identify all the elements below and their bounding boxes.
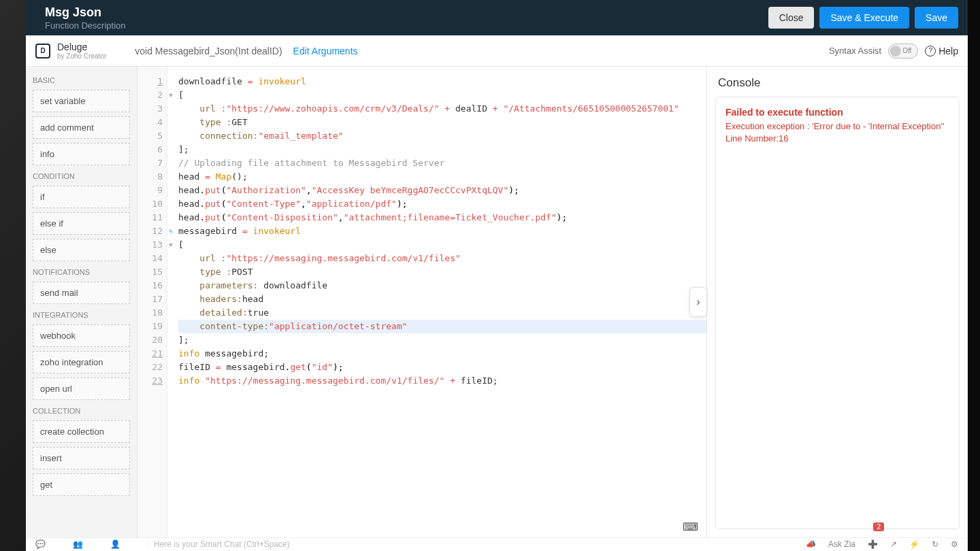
sidebar: BASICset variableadd commentinfoCONDITIO… [26, 67, 137, 537]
sidebar-item[interactable]: if [33, 186, 130, 208]
syntax-assist-toggle[interactable]: Off [888, 44, 918, 59]
sidebar-group-label: BASIC [33, 76, 130, 84]
ask-zia-label[interactable]: Ask Zia [828, 539, 855, 549]
deluge-sublabel: by Zoho Creator [57, 52, 106, 60]
help-link[interactable]: ? Help [925, 46, 958, 56]
code-line[interactable]: type :GET [178, 116, 706, 129]
code-line[interactable]: // Uploading file attachment to Messageb… [178, 156, 706, 170]
history-icon[interactable]: ↻ [932, 539, 938, 549]
sidebar-item[interactable]: else if [33, 212, 130, 235]
deluge-label-block: Deluge by Zoho Creator [57, 41, 106, 60]
chat-bar: 💬 👥 👤 Here is your Smart Chat (Ctrl+Spac… [26, 537, 968, 551]
sidebar-item[interactable]: info [33, 143, 130, 165]
code-scroll[interactable]: 1234567891011121314151617181920212223 ▼✎… [137, 67, 706, 537]
add-user-icon[interactable]: ➕ [868, 539, 878, 549]
code-line[interactable]: parameters: downloadfile [178, 279, 706, 293]
bolt-icon[interactable]: ⚡ [909, 539, 919, 549]
sidebar-group-label: INTEGRATIONS [33, 311, 130, 319]
user-icon[interactable]: 👤 [110, 539, 120, 549]
code-line[interactable]: messagebird = invokeurl [178, 224, 706, 238]
code-lines[interactable]: downloadfile = invokeurl[ url :"https://… [174, 67, 706, 537]
sidebar-item[interactable]: get [33, 473, 130, 496]
edit-arguments-link[interactable]: Edit Arguments [293, 46, 358, 56]
toggle-knob [890, 46, 901, 56]
toolbar: D Deluge by Zoho Creator void Messagebir… [26, 35, 968, 67]
sidebar-item[interactable]: set variable [33, 90, 130, 112]
sidebar-item[interactable]: send mail [33, 282, 130, 304]
smart-chat-input[interactable]: Here is your Smart Chat (Ctrl+Space) [148, 539, 779, 549]
fold-column: ▼✎▼ [167, 67, 174, 537]
code-editor[interactable]: 1234567891011121314151617181920212223 ▼✎… [137, 67, 706, 537]
right-background-sliver [968, 0, 980, 551]
sidebar-item[interactable]: open url [33, 378, 130, 400]
function-signature: void Messagebird_Json(Int dealID) [135, 46, 282, 56]
sidebar-group-label: NOTIFICATIONS [33, 268, 130, 276]
console-body: Failed to execute function Execution exc… [715, 97, 960, 529]
code-line[interactable]: type :POST [178, 265, 706, 279]
code-line[interactable]: [ [178, 88, 706, 102]
sidebar-group-label: CONDITION [33, 172, 130, 180]
sidebar-item[interactable]: webhook [33, 324, 130, 347]
collapse-console-handle[interactable]: › [689, 287, 707, 317]
code-line[interactable]: head.put("Content-Type","application/pdf… [178, 197, 706, 211]
syntax-assist-label: Syntax Assist [829, 46, 881, 56]
code-line[interactable]: url :"https://messaging.messagebird.com/… [178, 252, 706, 265]
error-line-number: Line Number:16 [725, 133, 949, 145]
chat-icons-left: 💬 👥 👤 [35, 539, 120, 549]
chat-icons-right: 📣 Ask Zia ➕ ↗ ⚡ ↻ ⚙ [806, 539, 958, 549]
deluge-label: Deluge [57, 41, 106, 52]
code-line[interactable]: [ [178, 238, 706, 252]
gear-icon[interactable]: ⚙ [951, 539, 958, 549]
keyboard-icon[interactable]: ⌨ [683, 520, 698, 533]
sidebar-item[interactable]: add comment [33, 116, 130, 139]
chevron-right-icon: › [696, 296, 700, 308]
main-split: BASICset variableadd commentinfoCONDITIO… [26, 67, 968, 537]
header-title-block: Msg Json Function Description [45, 5, 763, 31]
sidebar-item[interactable]: insert [33, 447, 130, 469]
code-line[interactable]: info messagebird; [178, 347, 706, 361]
code-line[interactable]: connection:"email_template" [178, 129, 706, 143]
notification-badge[interactable]: 2 [873, 522, 884, 531]
save-execute-button[interactable]: Save & Execute [819, 7, 909, 29]
save-button[interactable]: Save [915, 7, 958, 29]
code-line[interactable]: ]; [178, 333, 706, 347]
deluge-logo-icon: D [35, 44, 50, 59]
code-line[interactable]: url :"https://www.zohoapis.com/crm/v3/De… [178, 102, 706, 116]
header-bar: Msg Json Function Description Close Save… [26, 0, 968, 35]
error-message: Execution exception : 'Error due to - 'I… [725, 120, 949, 133]
contacts-icon[interactable]: 👥 [73, 539, 83, 549]
code-line[interactable]: ]; [178, 143, 706, 156]
code-line[interactable]: detailed:true [178, 306, 706, 320]
code-line[interactable]: head.put("Content-Disposition","attachme… [178, 211, 706, 224]
code-line[interactable]: content-type:"application/octet-stream" [178, 320, 706, 333]
sidebar-item[interactable]: else [33, 239, 130, 261]
code-line[interactable]: head = Map(); [178, 170, 706, 184]
console-title: Console [707, 67, 968, 97]
sidebar-group-label: COLLECTION [33, 407, 130, 415]
error-title: Failed to execute function [725, 107, 949, 118]
code-line[interactable]: info "https://messaging.messagebird.com/… [178, 374, 706, 388]
sidebar-item[interactable]: create collection [33, 420, 130, 443]
announce-icon[interactable]: 📣 [806, 539, 816, 549]
help-icon: ? [925, 46, 936, 56]
chat-icon[interactable]: 💬 [35, 539, 46, 549]
macos-dock-sliver [0, 0, 26, 551]
line-gutter: 1234567891011121314151617181920212223 [137, 67, 167, 537]
toggle-off-text: Off [902, 47, 911, 54]
help-label: Help [938, 46, 958, 56]
toolbar-right: Syntax Assist Off ? Help [829, 44, 958, 59]
code-line[interactable]: head.put("Authorization","AccessKey beYm… [178, 184, 706, 197]
app-window: Msg Json Function Description Close Save… [26, 0, 968, 551]
function-title: Msg Json [45, 5, 763, 20]
code-line[interactable]: headers:head [178, 293, 706, 306]
forward-icon[interactable]: ↗ [890, 539, 897, 549]
code-line[interactable]: downloadfile = invokeurl [178, 75, 706, 88]
console-panel: Console Failed to execute function Execu… [706, 67, 968, 537]
close-button[interactable]: Close [768, 7, 815, 29]
code-line[interactable]: fileID = messagebird.get("id"); [178, 361, 706, 374]
function-description: Function Description [45, 20, 763, 31]
sidebar-item[interactable]: zoho integration [33, 351, 130, 373]
